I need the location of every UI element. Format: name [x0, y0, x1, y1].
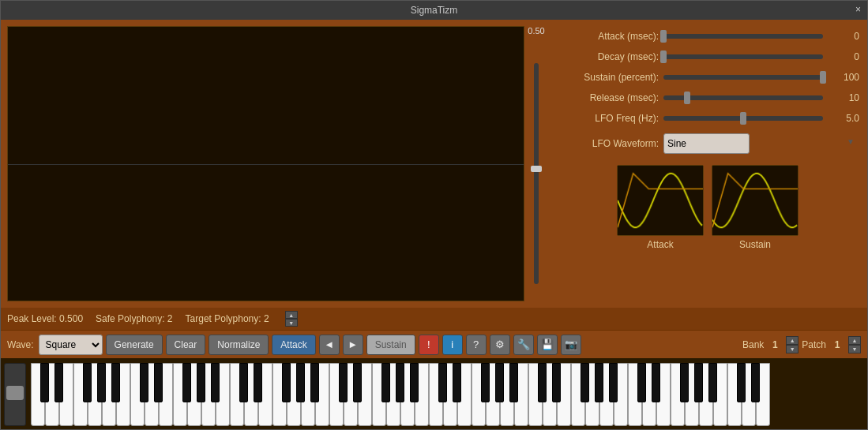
black-key[interactable] — [438, 363, 447, 402]
param-row-attack: Attack (msec):0 — [556, 26, 859, 47]
bank-stepper[interactable]: ▲ ▼ — [786, 336, 798, 353]
target-poly: Target Polyphony: 2 — [186, 313, 269, 324]
attack-wave-canvas — [617, 165, 704, 236]
black-key[interactable] — [637, 363, 646, 402]
black-key[interactable] — [154, 363, 163, 402]
patch-stepper[interactable]: ▲ ▼ — [848, 336, 861, 353]
black-key[interactable] — [509, 363, 518, 402]
black-key[interactable] — [239, 363, 248, 402]
black-key[interactable] — [310, 363, 319, 402]
bank-up-button[interactable]: ▲ — [786, 336, 798, 345]
lfo-waveform-wrapper: SineSquareTriangleSawtoothReverse Sawtoo… — [663, 133, 859, 154]
wrench-button[interactable]: 🔧 — [513, 335, 534, 355]
param-slider-attack[interactable] — [663, 34, 823, 39]
param-row-sustain: Sustain (percent):100 — [556, 67, 859, 88]
param-slider-lfo_freq[interactable] — [663, 116, 823, 121]
black-key[interactable] — [211, 363, 220, 402]
black-key[interactable] — [396, 363, 404, 402]
param-row-release: Release (msec):10 — [556, 88, 859, 108]
attack-wave-label: Attack — [647, 239, 673, 250]
black-key[interactable] — [410, 363, 419, 402]
param-thumb-sustain[interactable] — [820, 71, 826, 84]
question-button[interactable]: ? — [466, 335, 487, 355]
black-key[interactable] — [40, 363, 49, 402]
poly-down-button[interactable]: ▼ — [285, 319, 298, 327]
param-slider-decay[interactable] — [663, 54, 823, 59]
pitch-bend-thumb[interactable] — [6, 386, 24, 400]
app-title: SigmaTizm — [411, 5, 458, 16]
black-key[interactable] — [652, 363, 660, 402]
patch-label: Patch — [802, 339, 826, 350]
clear-button[interactable]: Clear — [166, 335, 206, 355]
info-button[interactable]: i — [442, 335, 463, 355]
black-key[interactable] — [54, 363, 63, 402]
sustain-button[interactable]: Sustain — [366, 335, 415, 355]
param-thumb-attack[interactable] — [660, 30, 667, 43]
param-slider-release[interactable] — [663, 95, 823, 100]
black-key[interactable] — [552, 363, 561, 402]
volume-slider-thumb[interactable] — [531, 166, 542, 172]
black-key[interactable] — [97, 363, 106, 402]
black-key[interactable] — [254, 363, 262, 402]
poly-up-button[interactable]: ▲ — [285, 311, 298, 319]
attack-button[interactable]: Attack — [272, 335, 315, 355]
black-key[interactable] — [83, 363, 92, 402]
app-window: SigmaTizm × 0.50 Attack (msec):0Decay (m… — [0, 0, 868, 430]
wave-select[interactable]: SineSquareTriangleSawtooth — [39, 335, 103, 355]
sustain-wave-canvas — [712, 165, 798, 236]
volume-slider-track[interactable] — [534, 63, 539, 284]
param-row-decay: Decay (msec):0 — [556, 47, 859, 67]
left-arrow-button[interactable]: ◄ — [319, 335, 340, 355]
black-key[interactable] — [581, 363, 589, 402]
black-key[interactable] — [453, 363, 461, 402]
black-key[interactable] — [140, 363, 148, 402]
black-key[interactable] — [538, 363, 547, 402]
black-key[interactable] — [339, 363, 348, 402]
black-key[interactable] — [595, 363, 603, 402]
param-label-decay: Decay (msec): — [556, 51, 659, 62]
black-key[interactable] — [111, 363, 120, 402]
black-key[interactable] — [680, 363, 689, 402]
lfo-waveform-row: LFO Waveform: SineSquareTriangleSawtooth… — [556, 132, 859, 155]
vertical-slider-area: 0.50 — [524, 20, 548, 308]
param-thumb-release[interactable] — [684, 92, 690, 104]
settings-button[interactable]: ⚙ — [490, 335, 510, 355]
black-key[interactable] — [282, 363, 291, 402]
param-slider-sustain[interactable] — [663, 75, 823, 80]
black-key[interactable] — [751, 363, 760, 402]
black-key[interactable] — [381, 363, 390, 402]
bank-value: 1 — [767, 339, 783, 350]
patch-down-button[interactable]: ▼ — [848, 345, 861, 353]
param-thumb-lfo_freq[interactable] — [740, 112, 746, 125]
lfo-waveform-select[interactable]: SineSquareTriangleSawtoothReverse Sawtoo… — [663, 133, 750, 154]
sustain-wave-label: Sustain — [739, 239, 771, 250]
patch-value: 1 — [829, 339, 845, 350]
right-arrow-button[interactable]: ► — [343, 335, 363, 355]
black-key[interactable] — [481, 363, 490, 402]
toolbar: Wave: SineSquareTriangleSawtooth Generat… — [1, 330, 867, 358]
black-key[interactable] — [737, 363, 746, 402]
normalize-button[interactable]: Normalize — [209, 335, 269, 355]
black-key[interactable] — [296, 363, 305, 402]
bank-down-button[interactable]: ▼ — [786, 345, 798, 353]
black-key[interactable] — [182, 363, 191, 402]
level-line — [8, 164, 524, 165]
generate-button[interactable]: Generate — [106, 335, 163, 355]
black-key[interactable] — [353, 363, 362, 402]
bank-label: Bank — [742, 339, 764, 350]
main-area: 0.50 Attack (msec):0Decay (msec):0Sustai… — [1, 20, 867, 308]
black-key[interactable] — [708, 363, 717, 402]
polyphony-stepper[interactable]: ▲ ▼ — [285, 311, 298, 327]
black-key[interactable] — [495, 363, 504, 402]
save-button[interactable]: 💾 — [537, 335, 558, 355]
exclamation-button[interactable]: ! — [419, 335, 439, 355]
pitch-bend[interactable] — [4, 363, 26, 426]
param-thumb-decay[interactable] — [660, 50, 667, 63]
close-button[interactable]: × — [855, 4, 861, 15]
black-key[interactable] — [694, 363, 703, 402]
patch-up-button[interactable]: ▲ — [848, 336, 861, 345]
black-key[interactable] — [609, 363, 618, 402]
camera-button[interactable]: 📷 — [561, 335, 581, 355]
black-key[interactable] — [197, 363, 205, 402]
params-container: Attack (msec):0Decay (msec):0Sustain (pe… — [556, 26, 859, 129]
